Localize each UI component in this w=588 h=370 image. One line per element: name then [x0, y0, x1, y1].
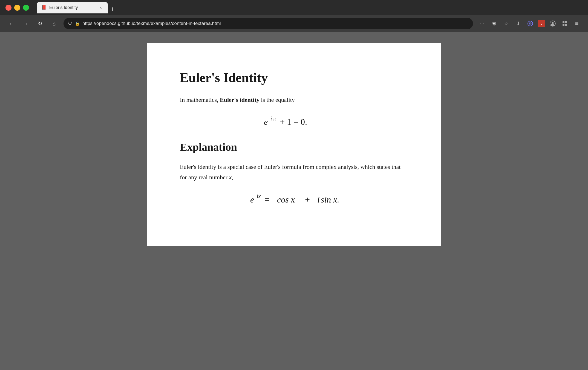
svg-text:e: e	[264, 117, 268, 127]
svg-rect-5	[563, 24, 564, 26]
traffic-lights	[5, 5, 29, 11]
body-var: x	[229, 174, 232, 181]
tab-bar: 📕 Euler's Identity × +	[37, 2, 583, 13]
forward-button[interactable]: →	[21, 19, 31, 28]
more-button[interactable]: ···	[477, 19, 487, 28]
svg-text:=: =	[264, 195, 269, 204]
grid-button[interactable]	[560, 19, 569, 28]
new-tab-button[interactable]: +	[108, 5, 117, 13]
active-tab[interactable]: 📕 Euler's Identity ×	[37, 2, 108, 13]
page-document: Euler's Identity In mathematics, Euler's…	[147, 43, 441, 246]
url-text: https://opendocs.github.io/texme/example…	[82, 21, 469, 26]
title-bar: 📕 Euler's Identity × +	[0, 0, 588, 15]
page-intro: In mathematics, Euler's identity is the …	[180, 95, 408, 105]
minimize-button[interactable]	[14, 5, 20, 11]
browser-window: 📕 Euler's Identity × + ← → ↻ ⌂ 🛡 🔒 https…	[0, 0, 588, 370]
content-area: Euler's Identity In mathematics, Euler's…	[0, 32, 588, 370]
shield-icon: 🛡	[68, 21, 72, 26]
svg-point-2	[552, 22, 554, 24]
refresh-button[interactable]: ↻	[35, 19, 45, 28]
tab-title: Euler's Identity	[49, 5, 95, 10]
svg-text:π: π	[273, 115, 276, 122]
body-text-before: Euler's identity is a special case of Eu…	[180, 163, 400, 180]
bookmark-button[interactable]: ☆	[501, 19, 511, 28]
page-main-title: Euler's Identity	[180, 70, 408, 85]
nav-bar: ← → ↻ ⌂ 🛡 🔒 https://opendocs.github.io/t…	[0, 15, 588, 32]
euler-formula-general: e ix = cos x + i sin x .	[180, 191, 408, 207]
profile-button[interactable]	[548, 19, 557, 28]
intro-text-before: In mathematics,	[180, 96, 220, 103]
back-button[interactable]: ←	[7, 19, 16, 28]
tab-close-button[interactable]: ×	[98, 5, 103, 10]
download-button[interactable]: ⬇	[514, 19, 523, 28]
pocket-button[interactable]	[489, 19, 499, 28]
svg-text:+ 1 = 0.: + 1 = 0.	[280, 117, 307, 127]
body-text-after: ,	[232, 174, 233, 181]
firefoxview-button[interactable]	[526, 19, 535, 28]
svg-rect-6	[565, 24, 567, 26]
tab-favicon-icon: 📕	[41, 5, 47, 10]
svg-text:i: i	[270, 115, 272, 122]
explanation-title: Explanation	[180, 141, 408, 154]
intro-text-after: is the equality	[260, 96, 295, 103]
svg-rect-4	[565, 21, 567, 23]
close-button[interactable]	[5, 5, 11, 11]
svg-text:+: +	[305, 195, 310, 204]
nav-icons-right: ··· ☆ ⬇ μ	[477, 19, 581, 28]
address-bar[interactable]: 🛡 🔒 https://opendocs.github.io/texme/exa…	[64, 18, 473, 29]
lock-icon: 🔒	[75, 21, 80, 26]
svg-text:i: i	[317, 195, 320, 204]
ublock-icon[interactable]: μ	[538, 20, 545, 27]
svg-text:cos x: cos x	[277, 195, 295, 204]
page-body: Euler's identity is a special case of Eu…	[180, 162, 408, 182]
maximize-button[interactable]	[23, 5, 29, 11]
euler-identity-formula: e i π + 1 = 0.	[180, 113, 408, 130]
menu-button[interactable]: ≡	[572, 19, 581, 28]
svg-text:e: e	[250, 195, 254, 204]
intro-bold: Euler's identity	[220, 96, 260, 103]
svg-text:.: .	[337, 195, 339, 204]
svg-text:ix: ix	[257, 193, 261, 199]
home-button[interactable]: ⌂	[49, 19, 59, 28]
svg-text:sin x: sin x	[321, 195, 337, 204]
svg-rect-3	[563, 21, 564, 23]
